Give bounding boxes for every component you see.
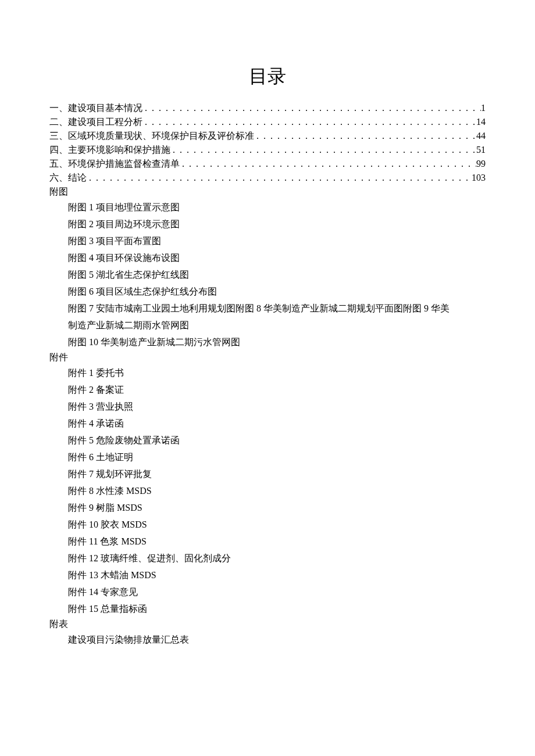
fubiao-item: 建设项目污染物排放量汇总表 (49, 631, 486, 648)
fujian-item: 附件 14 专家意见 (49, 583, 486, 600)
toc-entry: 二、建设项目工程分析 . . . . . . . . . . . . . . .… (49, 115, 486, 129)
fujian-item: 附件 11 色浆 MSDS (49, 533, 486, 550)
toc-list: 一、建设项目基本情况 . . . . . . . . . . . . . . .… (49, 101, 486, 185)
fujian-item: 附件 3 营业执照 (49, 398, 486, 415)
toc-dots: . . . . . . . . . . . . . . . . . . . . … (180, 157, 476, 171)
fujian-item: 附件 6 土地证明 (49, 449, 486, 465)
futu-item: 附图 6 项目区域生态保护红线分布图 (49, 283, 486, 300)
toc-label: 四、主要环境影响和保护措施 (49, 143, 170, 157)
toc-entry: 三、区域环境质量现状、环境保护目标及评价标准 . . . . . . . . .… (49, 129, 486, 143)
fujian-item: 附件 1 委托书 (49, 364, 486, 381)
toc-label: 五、环境保护措施监督检查清单 (49, 157, 180, 171)
toc-page: 99 (476, 157, 486, 171)
toc-page: 44 (476, 129, 486, 143)
futu-item: 附图 3 项目平面布置图 (49, 232, 486, 249)
toc-page: 51 (476, 143, 486, 157)
futu-item: 附图 4 项目环保设施布设图 (49, 249, 486, 266)
toc-dots: . . . . . . . . . . . . . . . . . . . . … (254, 129, 476, 143)
toc-label: 二、建设项目工程分析 (49, 115, 142, 129)
futu-item: 附图 2 项目周边环境示意图 (49, 216, 486, 232)
toc-entry: 四、主要环境影响和保护措施 . . . . . . . . . . . . . … (49, 143, 486, 157)
futu-header: 附图 (49, 185, 486, 199)
toc-dots: . . . . . . . . . . . . . . . . . . . . … (170, 143, 476, 157)
toc-label: 三、区域环境质量现状、环境保护目标及评价标准 (49, 129, 254, 143)
toc-dots: . . . . . . . . . . . . . . . . . . . . … (142, 115, 476, 129)
fujian-header: 附件 (49, 350, 486, 364)
fujian-item: 附件 10 胶衣 MSDS (49, 516, 486, 533)
futu-item: 附图 5 湖北省生态保护红线图 (49, 266, 486, 283)
toc-page: 1 (481, 101, 486, 115)
futu-item: 制造产业新城二期雨水管网图 (49, 317, 486, 334)
fubiao-header: 附表 (49, 617, 486, 631)
fujian-item: 附件 8 水性漆 MSDS (49, 482, 486, 499)
fujian-item: 附件 4 承诺函 (49, 415, 486, 432)
toc-entry: 一、建设项目基本情况 . . . . . . . . . . . . . . .… (49, 101, 486, 115)
fujian-item: 附件 7 规划环评批复 (49, 465, 486, 482)
fujian-item: 附件 5 危险废物处置承诺函 (49, 432, 486, 449)
fujian-item: 附件 9 树脂 MSDS (49, 499, 486, 516)
toc-entry: 五、环境保护措施监督检查清单 . . . . . . . . . . . . .… (49, 157, 486, 171)
page-title: 目录 (49, 64, 486, 89)
toc-page: 14 (476, 115, 486, 129)
toc-label: 一、建设项目基本情况 (49, 101, 142, 115)
toc-page: 103 (472, 171, 486, 185)
toc-label: 六、结论 (49, 171, 87, 185)
futu-item: 附图 10 华美制造产业新城二期污水管网图 (49, 334, 486, 350)
futu-item: 附图 1 项目地理位置示意图 (49, 199, 486, 216)
fujian-item: 附件 13 木蜡油 MSDS (49, 567, 486, 583)
futu-item: 附图 7 安陆市城南工业园土地利用规划图附图 8 华美制造产业新城二期规划平面图… (49, 300, 486, 317)
fujian-item: 附件 2 备案证 (49, 381, 486, 398)
fujian-item: 附件 12 玻璃纤维、促进剂、固化剂成分 (49, 550, 486, 567)
fujian-item: 附件 15 总量指标函 (49, 600, 486, 617)
toc-entry: 六、结论 . . . . . . . . . . . . . . . . . .… (49, 171, 486, 185)
toc-dots: . . . . . . . . . . . . . . . . . . . . … (87, 171, 472, 185)
toc-dots: . . . . . . . . . . . . . . . . . . . . … (142, 101, 481, 115)
